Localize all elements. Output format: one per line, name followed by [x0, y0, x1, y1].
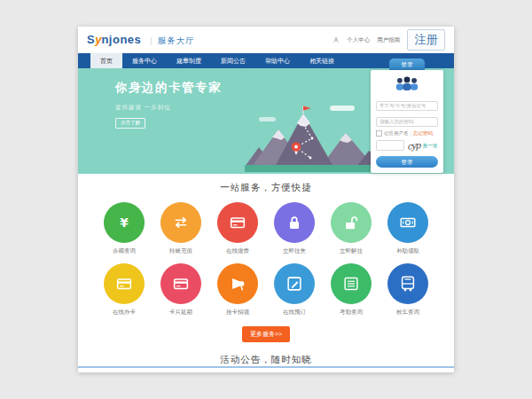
remember-checkbox[interactable] [376, 130, 382, 137]
website-screenshot: Synjones | 服务大厅 个人中心 用户指南 注册 首页服务中心规章制度新… [78, 27, 454, 372]
captcha-refresh-link[interactable]: 换一张 [423, 143, 438, 149]
login-panel: 登录 记住用户名 | 忘记密码 cyp 换一张 [371, 59, 443, 173]
nav-item-0[interactable]: 首页 [90, 53, 122, 68]
card-icon [160, 263, 201, 304]
service-item-1[interactable]: 转账充值 [153, 202, 209, 255]
login-tab[interactable]: 登录 [389, 59, 425, 70]
personal-center-link[interactable]: 个人中心 [347, 36, 370, 44]
service-label: 考勤查询 [340, 309, 363, 317]
hero-cta-button[interactable]: 点击了解 [115, 118, 145, 129]
transfer-icon [160, 202, 201, 243]
service-item-9[interactable]: 在线预订 [266, 263, 323, 317]
user-guide-link[interactable]: 用户指南 [377, 36, 400, 44]
service-item-7[interactable]: 卡片延期 [153, 263, 209, 317]
services-grid: 余额查询转账充值在线缴费立即挂失立即解挂补助领取在线办卡卡片延期拾卡招领在线预订… [96, 202, 436, 317]
bus-icon [387, 263, 428, 304]
nav-item-5[interactable]: 相关链接 [300, 53, 344, 68]
service-item-6[interactable]: 在线办卡 [96, 263, 153, 317]
service-label: 在线预订 [283, 309, 306, 317]
captcha-row: cyp 换一张 [376, 140, 438, 151]
register-button[interactable]: 注册 [407, 29, 445, 51]
service-item-3[interactable]: 立即挂失 [266, 202, 323, 255]
logo-text: S [87, 33, 95, 46]
service-item-5[interactable]: 补助领取 [379, 202, 436, 255]
hero-text: 你身边的卡管专家 提供建设 一步到位 点击了解 [115, 80, 222, 129]
service-label: 校车查询 [396, 309, 419, 317]
hero-title: 你身边的卡管专家 [115, 80, 222, 96]
page-background: Synjones | 服务大厅 个人中心 用户指南 注册 首页服务中心规章制度新… [0, 0, 532, 399]
logo[interactable]: Synjones | 服务大厅 [87, 33, 195, 47]
remember-row: 记住用户名 | 忘记密码 [376, 130, 438, 137]
service-label: 拾卡招领 [226, 309, 249, 317]
mountain-illustration [245, 103, 378, 172]
remember-label: 记住用户名 [384, 130, 409, 137]
service-label: 立即挂失 [283, 247, 306, 255]
list-icon [331, 263, 372, 304]
logo-divider: | [150, 36, 152, 45]
site-name: 服务大厅 [158, 35, 195, 47]
nav-item-4[interactable]: 帮助中心 [255, 53, 300, 68]
edit-icon [274, 263, 315, 304]
services-title: 一站服务，方便快捷 [78, 182, 454, 194]
more-services-button[interactable]: 更多服务>> [242, 326, 290, 342]
banknote-icon [387, 202, 428, 243]
lock-icon [274, 202, 315, 243]
nav-item-2[interactable]: 规章制度 [167, 53, 211, 68]
service-label: 在线缴费 [226, 247, 249, 255]
service-label: 在线办卡 [113, 309, 136, 317]
section-cut-line [78, 366, 454, 368]
captcha-image[interactable]: cyp [406, 140, 420, 151]
service-item-0[interactable]: 余额查询 [96, 202, 153, 255]
service-label: 转账充值 [169, 247, 192, 255]
remember-divider: | [411, 131, 411, 137]
nav-list: 首页服务中心规章制度新闻公告帮助中心相关链接 [90, 53, 344, 68]
nav-item-1[interactable]: 服务中心 [122, 53, 167, 68]
card-icon [217, 202, 258, 243]
login-form: 记住用户名 | 忘记密码 cyp 换一张 登录 [371, 70, 443, 173]
person-icon [332, 36, 340, 43]
megaphone-icon [217, 263, 258, 304]
login-submit-button[interactable]: 登录 [376, 156, 438, 168]
service-label: 补助领取 [396, 247, 419, 255]
service-item-10[interactable]: 考勤查询 [323, 263, 379, 317]
logo-accent: y [95, 33, 101, 46]
captcha-input[interactable] [376, 140, 404, 151]
service-item-11[interactable]: 校车查询 [379, 263, 436, 317]
username-input[interactable] [376, 101, 438, 111]
service-label: 卡片延期 [169, 309, 192, 317]
forgot-password-link[interactable]: 忘记密码 [413, 130, 433, 137]
unlock-icon [331, 202, 372, 243]
nav-item-3[interactable]: 新闻公告 [211, 53, 255, 68]
site-header: Synjones | 服务大厅 个人中心 用户指南 注册 [78, 27, 454, 53]
service-label: 立即解挂 [340, 247, 363, 255]
header-utilities: 个人中心 用户指南 注册 [332, 27, 445, 53]
announcements-title: 活动公告，随时知晓 [78, 354, 454, 366]
service-label: 余额查询 [113, 247, 136, 255]
service-item-4[interactable]: 立即解挂 [323, 202, 379, 255]
password-input[interactable] [376, 117, 438, 127]
users-icon [391, 75, 423, 91]
hero-subtitle: 提供建设 一步到位 [115, 104, 222, 112]
logo-text-rest: njones [101, 33, 141, 46]
card-icon [104, 263, 145, 304]
service-item-2[interactable]: 在线缴费 [209, 202, 266, 255]
yen-icon [104, 202, 145, 243]
service-item-8[interactable]: 拾卡招领 [209, 263, 266, 317]
